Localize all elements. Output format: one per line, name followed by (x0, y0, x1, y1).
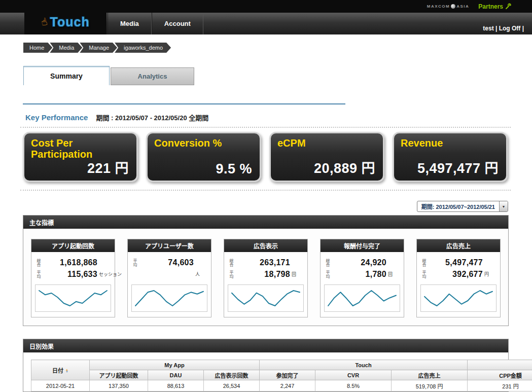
column-header-participations[interactable]: 参加完了 (260, 370, 315, 380)
logo-text: Touch (50, 15, 90, 29)
tab-bar: Summary Analytics (23, 66, 194, 85)
partners-link[interactable]: Partners (478, 3, 512, 10)
kpi-value: 20,889 円 (314, 157, 375, 177)
key-performance-title: Key Performance (25, 113, 88, 122)
metric-card-app-launches: アプリ起動回数 総合 1,618,868 平均 115,633 セッション (31, 239, 115, 317)
hand-icon: ☝ (40, 15, 49, 28)
maxcom-asia-logo: MAXCOM ASIA (427, 4, 470, 9)
asia-text: ASIA (456, 4, 469, 9)
sparkline-chart (421, 286, 495, 311)
key-performance-period: 期間 : 2012/05/07 - 2012/05/20 全期間 (96, 113, 208, 122)
sparkline-chart (325, 286, 399, 311)
metric-card-ad-impressions: 広告表示 総合 263,171 平均 18,798 回 (224, 239, 308, 317)
metric-value: 18,798 (233, 270, 290, 279)
dropdown-arrow-icon[interactable]: ▼ (499, 201, 508, 211)
column-header-app-launches[interactable]: アプリ起動回数 (90, 370, 148, 380)
nav-item-media[interactable]: Media (108, 13, 152, 34)
metric-value: 115,633 (40, 270, 97, 279)
globe-icon (451, 4, 455, 9)
daily-panel: 日別効果 日付▲▼ My App Touch (23, 339, 509, 392)
metric-card-ad-revenue: 広告売上 総合 5,497,477 平均 392,677 円 (416, 239, 501, 317)
wrench-icon (505, 3, 512, 10)
metric-row-label: 平均 (420, 270, 425, 278)
metric-row-label: 総合 (324, 259, 329, 267)
breadcrumb-item-manage[interactable]: Manage (80, 43, 117, 53)
tab-summary[interactable]: Summary (23, 66, 110, 85)
column-header-dau[interactable]: DAU (148, 370, 204, 380)
sparkline-box (228, 284, 304, 312)
metric-card-title: アプリユーザー数 (128, 239, 211, 252)
metric-value: 1,618,868 (40, 258, 97, 267)
kpi-card-ecpm: eCPM 20,889 円 (269, 132, 384, 182)
metric-row-label: 平均 (227, 270, 233, 278)
nav-menu: Media Account (108, 13, 203, 34)
metric-card-title: 広告売上 (417, 239, 500, 252)
breadcrumb-item-media[interactable]: Media (50, 43, 82, 53)
cell-dau: 88,613 (148, 380, 204, 391)
metric-unit: 回 (386, 271, 404, 277)
kpi-value: 9.5 % (216, 161, 252, 177)
metric-value: 74,603 (136, 258, 194, 267)
metric-row-label: 総合 (34, 259, 40, 267)
daily-body: 日付▲▼ My App Touch アプリ起動回数 DAU 広告表示回数 参加完… (23, 352, 508, 391)
column-header-ad-revenue[interactable]: 広告売上 (392, 370, 468, 380)
metric-card-app-users: アプリユーザー数 平均 74,603 人 (127, 239, 211, 317)
kpi-value: 221 円 (87, 157, 129, 177)
metric-value: 392,677 (425, 270, 483, 279)
indicators-body: アプリ起動回数 総合 1,618,868 平均 115,633 セッション (23, 229, 508, 326)
metric-card-title: 報酬付与完了 (321, 239, 404, 252)
kpi-title: Revenue (394, 133, 475, 149)
metric-value: 1,780 (329, 270, 386, 279)
kpi-card-cost-per-participation: Cost Per Participation 221 円 (23, 132, 138, 182)
date-header-label: 日付 (52, 368, 63, 374)
column-header-cpp[interactable]: CPP金額 (468, 370, 532, 380)
sparkline-chart (36, 286, 110, 311)
kpi-title: Cost Per Participation (24, 133, 105, 160)
metric-row-label: 総合 (227, 259, 233, 267)
daily-table: 日付▲▼ My App Touch アプリ起動回数 DAU 広告表示回数 参加完… (31, 360, 532, 391)
metric-unit: セッション (97, 271, 115, 277)
column-header-ad-impressions[interactable]: 広告表示回数 (204, 370, 260, 380)
metric-value: 263,171 (233, 258, 290, 267)
page: MAXCOM ASIA Partners ☝ Touch Media Accou… (0, 0, 532, 392)
period-select[interactable]: 期間: 2012/05/07~2012/05/21 ▼ (417, 201, 508, 212)
main-nav: ☝ Touch Media Account test | Log Off | (0, 13, 532, 34)
kpi-card-conversion: Conversion % 9.5 % (146, 132, 261, 182)
touch-logo[interactable]: ☝ Touch (24, 9, 107, 34)
metric-row-label: 総合 (420, 259, 425, 267)
sort-icon[interactable]: ▲▼ (65, 369, 68, 373)
cell-participations: 2,247 (260, 380, 315, 391)
nav-item-account[interactable]: Account (152, 13, 203, 34)
breadcrumb: Home Media Manage igaworks_demo (23, 43, 168, 53)
metric-unit: 回 (290, 271, 307, 277)
column-header-cvr[interactable]: CVR (315, 370, 392, 380)
breadcrumb-item-home[interactable]: Home (23, 43, 52, 53)
group-header-my-app: My App (90, 360, 260, 370)
kpi-card-row: Cost Per Participation 221 円 Conversion … (23, 132, 508, 182)
metric-unit: 人 (194, 271, 211, 277)
indicators-panel-title: 主な指標 (23, 216, 508, 229)
user-session-links[interactable]: test | Log Off | (483, 25, 524, 32)
top-strip: MAXCOM ASIA Partners (0, 0, 532, 13)
metric-card-reward-completions: 報酬付与完了 総合 24,920 平均 1,780 回 (320, 239, 404, 317)
kpi-title: Conversion % (148, 133, 229, 149)
tab-analytics[interactable]: Analytics (111, 67, 194, 85)
dotted-separator-bottom (20, 190, 511, 191)
sparkline-box (131, 284, 207, 312)
sparkline-box (35, 284, 111, 312)
indicators-panel: 主な指標 アプリ起動回数 総合 1,618,868 平均 115,633 セッシ… (23, 215, 509, 326)
metric-value: 5,497,477 (425, 258, 483, 267)
cell-app-launches: 137,350 (90, 380, 148, 391)
metric-card-title: 広告表示 (224, 239, 307, 252)
metric-value: 24,920 (329, 258, 386, 267)
sparkline-box (420, 284, 496, 312)
cell-ad-impressions: 26,534 (204, 380, 260, 391)
kpi-title: eCPM (271, 133, 352, 149)
column-header-date[interactable]: 日付▲▼ (31, 360, 90, 380)
kpi-value: 5,497,477 円 (417, 157, 499, 177)
metric-row-label: 平均 (34, 270, 40, 278)
breadcrumb-item-igaworks-demo[interactable]: igaworks_demo (115, 43, 171, 53)
group-header-touch: Touch (260, 360, 468, 370)
cell-cpp: 231 円 (468, 380, 532, 391)
cell-ad-revenue: 519,708 円 (392, 380, 468, 391)
